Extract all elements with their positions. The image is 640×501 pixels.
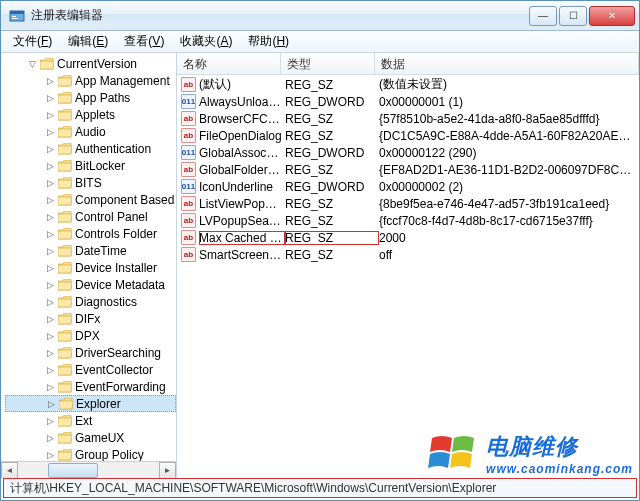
value-data: off xyxy=(379,248,639,262)
folder-icon xyxy=(58,109,72,121)
expand-icon[interactable] xyxy=(27,58,38,69)
folder-icon xyxy=(58,330,72,342)
list-header: 名称 类型 数据 xyxy=(177,53,639,75)
menu-edit[interactable]: 编辑(E) xyxy=(60,31,116,52)
folder-icon xyxy=(58,262,72,274)
expand-icon[interactable] xyxy=(45,313,56,324)
expand-icon[interactable] xyxy=(46,398,57,409)
expand-icon[interactable] xyxy=(45,75,56,86)
tree-item[interactable]: DriverSearching xyxy=(5,344,176,361)
titlebar[interactable]: 注册表编辑器 — ☐ ✕ xyxy=(1,1,639,31)
expand-icon[interactable] xyxy=(45,245,56,256)
minimize-button[interactable]: — xyxy=(529,6,557,26)
tree-item[interactable]: Controls Folder xyxy=(5,225,176,242)
expand-icon[interactable] xyxy=(45,109,56,120)
menu-favorites[interactable]: 收藏夹(A) xyxy=(172,31,240,52)
tree-label: Authentication xyxy=(75,142,151,156)
tree-item[interactable]: EventForwarding xyxy=(5,378,176,395)
expand-icon[interactable] xyxy=(45,330,56,341)
expand-icon[interactable] xyxy=(45,177,56,188)
tree-item[interactable]: Applets xyxy=(5,106,176,123)
svg-rect-1 xyxy=(10,11,24,14)
menu-view[interactable]: 查看(V) xyxy=(116,31,172,52)
binary-value-icon: 011 xyxy=(181,145,196,160)
menu-help[interactable]: 帮助(H) xyxy=(240,31,297,52)
value-row[interactable]: 011AlwaysUnload...REG_DWORD0x00000001 (1… xyxy=(177,93,639,110)
tree-item[interactable]: DateTime xyxy=(5,242,176,259)
expand-icon[interactable] xyxy=(45,347,56,358)
value-row[interactable]: abGlobalFolderS...REG_SZ{EF8AD2D1-AE36-1… xyxy=(177,161,639,178)
tree-item[interactable]: Device Installer xyxy=(5,259,176,276)
expand-icon[interactable] xyxy=(45,262,56,273)
value-row[interactable]: abListViewPopup...REG_SZ{8be9f5ea-e746-4… xyxy=(177,195,639,212)
tree-label: Device Metadata xyxy=(75,278,165,292)
expand-icon[interactable] xyxy=(45,143,56,154)
tree-item[interactable]: Ext xyxy=(5,412,176,429)
window-controls: — ☐ ✕ xyxy=(527,6,635,26)
folder-icon xyxy=(58,143,72,155)
value-row[interactable]: abBrowserCFCre...REG_SZ{57f8510b-a5e2-41… xyxy=(177,110,639,127)
expand-icon[interactable] xyxy=(45,364,56,375)
column-name[interactable]: 名称 xyxy=(177,53,281,74)
tree-item[interactable]: App Management xyxy=(5,72,176,89)
expand-icon[interactable] xyxy=(45,381,56,392)
tree-item-currentversion[interactable]: CurrentVersion xyxy=(5,55,176,72)
tree-item[interactable]: Authentication xyxy=(5,140,176,157)
regedit-window: 注册表编辑器 — ☐ ✕ 文件(F) 编辑(E) 查看(V) 收藏夹(A) 帮助… xyxy=(0,0,640,501)
tree-item[interactable]: BITS xyxy=(5,174,176,191)
expand-icon[interactable] xyxy=(45,296,56,307)
value-row[interactable]: abMax Cached Ic...REG_SZ2000 xyxy=(177,229,639,246)
folder-icon xyxy=(58,296,72,308)
value-row[interactable]: 011IconUnderlineREG_DWORD0x00000002 (2) xyxy=(177,178,639,195)
column-data[interactable]: 数据 xyxy=(375,53,639,74)
expand-icon[interactable] xyxy=(45,126,56,137)
value-name: BrowserCFCre... xyxy=(199,112,285,126)
tree-item[interactable]: EventCollector xyxy=(5,361,176,378)
expand-icon[interactable] xyxy=(45,160,56,171)
close-button[interactable]: ✕ xyxy=(589,6,635,26)
tree-item[interactable]: Explorer xyxy=(5,395,176,412)
string-value-icon: ab xyxy=(181,213,196,228)
expand-icon[interactable] xyxy=(45,194,56,205)
value-row[interactable]: 011GlobalAssocCh...REG_DWORD0x00000122 (… xyxy=(177,144,639,161)
tree-label: EventForwarding xyxy=(75,380,166,394)
list-view[interactable]: ab(默认)REG_SZ(数值未设置)011AlwaysUnload...REG… xyxy=(177,75,639,478)
value-name: SmartScreenEn... xyxy=(199,248,285,262)
maximize-button[interactable]: ☐ xyxy=(559,6,587,26)
tree-item[interactable]: Audio xyxy=(5,123,176,140)
expand-icon[interactable] xyxy=(45,211,56,222)
expand-icon[interactable] xyxy=(45,228,56,239)
folder-icon xyxy=(58,160,72,172)
expand-icon[interactable] xyxy=(45,432,56,443)
expand-icon[interactable] xyxy=(45,92,56,103)
tree-item[interactable]: DIFx xyxy=(5,310,176,327)
expand-icon[interactable] xyxy=(45,279,56,290)
scroll-right-button[interactable]: ► xyxy=(159,462,176,479)
column-type[interactable]: 类型 xyxy=(281,53,375,74)
tree-item[interactable]: Component Based xyxy=(5,191,176,208)
value-row[interactable]: abLVPopupSearc...REG_SZ{fccf70c8-f4d7-4d… xyxy=(177,212,639,229)
tree-item[interactable]: DPX xyxy=(5,327,176,344)
tree-item[interactable]: BitLocker xyxy=(5,157,176,174)
value-row[interactable]: abFileOpenDialogREG_SZ{DC1C5A9C-E88A-4dd… xyxy=(177,127,639,144)
tree-item[interactable]: GameUX xyxy=(5,429,176,446)
folder-icon xyxy=(58,364,72,376)
tree-view[interactable]: CurrentVersionApp ManagementApp PathsApp… xyxy=(1,53,176,461)
tree-item[interactable]: Control Panel xyxy=(5,208,176,225)
tree-hscrollbar[interactable]: ◄ ► xyxy=(1,461,176,478)
scroll-left-button[interactable]: ◄ xyxy=(1,462,18,479)
menu-file[interactable]: 文件(F) xyxy=(5,31,60,52)
value-data: {8be9f5ea-e746-4e47-ad57-3fb191ca1eed} xyxy=(379,197,639,211)
expand-icon[interactable] xyxy=(45,449,56,460)
folder-icon xyxy=(58,126,72,138)
scroll-thumb[interactable] xyxy=(48,463,98,478)
value-row[interactable]: ab(默认)REG_SZ(数值未设置) xyxy=(177,76,639,93)
tree-item[interactable]: Group Policy xyxy=(5,446,176,461)
tree-item[interactable]: Device Metadata xyxy=(5,276,176,293)
expand-icon[interactable] xyxy=(45,415,56,426)
scroll-track[interactable] xyxy=(18,462,159,479)
tree-label: CurrentVersion xyxy=(57,57,137,71)
value-row[interactable]: abSmartScreenEn...REG_SZoff xyxy=(177,246,639,263)
tree-item[interactable]: Diagnostics xyxy=(5,293,176,310)
tree-item[interactable]: App Paths xyxy=(5,89,176,106)
